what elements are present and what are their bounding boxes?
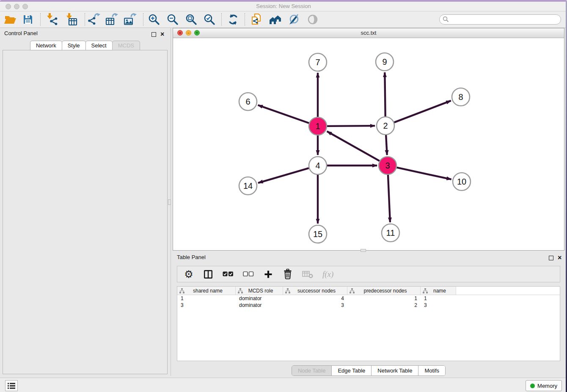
table-cell[interactable]: 1 bbox=[421, 295, 456, 302]
node-2[interactable]: 2 bbox=[377, 117, 394, 135]
column-header-successor-nodes[interactable]: successor nodes bbox=[283, 287, 347, 295]
node-8[interactable]: 8 bbox=[452, 88, 470, 106]
column-header-predecessor-nodes[interactable]: predecessor nodes bbox=[347, 287, 421, 295]
node-6[interactable]: 6 bbox=[239, 93, 257, 110]
tab-style[interactable]: Style bbox=[62, 41, 86, 50]
node-label: 10 bbox=[457, 177, 466, 186]
import-table-icon bbox=[65, 13, 77, 26]
delete-row-button[interactable] bbox=[283, 268, 293, 281]
table-cell[interactable]: 3 bbox=[177, 302, 236, 309]
horizontal-splitter-handle[interactable] bbox=[361, 249, 366, 252]
float-table-panel-icon[interactable] bbox=[549, 256, 553, 260]
column-header-mcds-role[interactable]: MCDS role bbox=[236, 287, 283, 295]
select-all-button[interactable] bbox=[223, 268, 234, 281]
split-view-button[interactable] bbox=[203, 268, 213, 281]
window-close-button[interactable] bbox=[6, 4, 11, 9]
table-row[interactable]: 1dominator411 bbox=[177, 295, 560, 302]
node-7[interactable]: 7 bbox=[309, 53, 327, 71]
save-session-button[interactable] bbox=[20, 11, 36, 28]
node-10[interactable]: 10 bbox=[453, 173, 471, 190]
zoom-selected-button[interactable] bbox=[201, 11, 217, 28]
import-network-icon bbox=[45, 13, 58, 26]
show-hide-button[interactable] bbox=[305, 11, 321, 28]
export-network-icon bbox=[88, 13, 100, 26]
table-cell[interactable]: dominator bbox=[236, 302, 283, 309]
zoom-fit-button[interactable] bbox=[183, 11, 199, 28]
tab-mcds[interactable]: MCDS bbox=[112, 41, 140, 50]
node-label: 6 bbox=[245, 97, 250, 106]
tab-motifs[interactable]: Motifs bbox=[418, 366, 445, 375]
edge-1-6[interactable] bbox=[258, 105, 309, 123]
network-window-titlebar: × − + scc.txt bbox=[173, 28, 564, 38]
close-table-panel-icon[interactable]: × bbox=[558, 255, 561, 261]
edge-1-2[interactable] bbox=[327, 126, 375, 126]
refresh-layout-button[interactable] bbox=[225, 11, 241, 28]
network-close-button[interactable]: × bbox=[177, 30, 183, 36]
edge-2-3[interactable] bbox=[386, 135, 387, 155]
export-image-button[interactable] bbox=[122, 11, 138, 28]
close-panel-icon[interactable]: × bbox=[160, 31, 164, 37]
tab-network-table[interactable]: Network Table bbox=[371, 366, 418, 375]
table-cell[interactable]: 1 bbox=[347, 295, 421, 302]
node-label: 9 bbox=[382, 57, 387, 66]
import-table-button[interactable] bbox=[63, 11, 79, 28]
tab-edge-table[interactable]: Edge Table bbox=[331, 366, 371, 375]
network-canvas[interactable]: 7968124314101511 bbox=[173, 38, 564, 250]
edge-3-11[interactable] bbox=[388, 175, 390, 222]
vertical-splitter-handle[interactable] bbox=[168, 199, 171, 205]
network-maximize-button[interactable]: + bbox=[194, 30, 200, 36]
task-history-button[interactable] bbox=[5, 380, 18, 391]
apply-style-button[interactable] bbox=[286, 11, 302, 28]
add-row-button[interactable] bbox=[263, 268, 273, 281]
column-header-label: shared name bbox=[184, 288, 235, 294]
node-14[interactable]: 14 bbox=[239, 177, 257, 195]
clone-network-button[interactable] bbox=[248, 11, 264, 28]
node-11[interactable]: 11 bbox=[382, 224, 399, 242]
column-header-shared-name[interactable]: shared name bbox=[177, 287, 236, 295]
node-3[interactable]: 3 bbox=[379, 157, 396, 174]
first-neighbors-button[interactable] bbox=[267, 11, 284, 28]
float-panel-icon[interactable] bbox=[151, 32, 156, 37]
control-panel-header-icons: × bbox=[151, 31, 164, 37]
column-header-name[interactable]: name bbox=[421, 287, 456, 295]
import-network-button[interactable] bbox=[44, 11, 60, 28]
delete-column-button[interactable] bbox=[302, 268, 313, 281]
node-15[interactable]: 15 bbox=[309, 225, 327, 243]
table-cell[interactable]: 4 bbox=[283, 295, 347, 302]
houses-icon bbox=[269, 14, 282, 25]
edge-2-8[interactable] bbox=[394, 101, 451, 122]
tab-select[interactable]: Select bbox=[85, 41, 113, 50]
table-settings-button[interactable]: ⚙ bbox=[184, 268, 194, 281]
edge-3-1[interactable] bbox=[327, 131, 380, 161]
window-minimize-button[interactable] bbox=[14, 4, 19, 9]
tab-network[interactable]: Network bbox=[30, 41, 62, 50]
unchecked-boxes-icon bbox=[243, 271, 254, 277]
table-cell[interactable]: dominator bbox=[236, 295, 283, 302]
edge-3-10[interactable] bbox=[396, 168, 451, 179]
zoom-out-button[interactable] bbox=[165, 11, 181, 28]
export-table-button[interactable] bbox=[104, 11, 120, 28]
edge-2-9[interactable] bbox=[385, 72, 385, 116]
node-9[interactable]: 9 bbox=[376, 53, 394, 71]
deselect-all-button[interactable] bbox=[243, 268, 254, 281]
table-cell[interactable]: 3 bbox=[283, 302, 347, 309]
export-network-button[interactable] bbox=[86, 11, 102, 28]
main-toolbar bbox=[0, 11, 567, 28]
tab-node-table[interactable]: Node Table bbox=[292, 366, 332, 375]
table-cell[interactable]: 1 bbox=[177, 295, 236, 302]
search-input[interactable] bbox=[439, 14, 561, 25]
node-1[interactable]: 1 bbox=[309, 117, 327, 135]
edge-4-14[interactable] bbox=[258, 168, 309, 183]
table-row[interactable]: 3dominator323 bbox=[177, 302, 560, 309]
node-4[interactable]: 4 bbox=[309, 157, 327, 174]
memory-button[interactable]: Memory bbox=[526, 380, 562, 391]
fx-icon: f(x) bbox=[322, 270, 333, 279]
window-zoom-button[interactable] bbox=[22, 4, 28, 9]
function-builder-button[interactable]: f(x) bbox=[322, 268, 333, 281]
table-cell[interactable]: 2 bbox=[347, 302, 421, 309]
network-minimize-button[interactable]: − bbox=[186, 30, 191, 36]
list-icon bbox=[8, 383, 15, 389]
zoom-in-button[interactable] bbox=[146, 11, 162, 28]
table-cell[interactable]: 3 bbox=[421, 302, 456, 309]
open-session-button[interactable] bbox=[2, 11, 18, 28]
